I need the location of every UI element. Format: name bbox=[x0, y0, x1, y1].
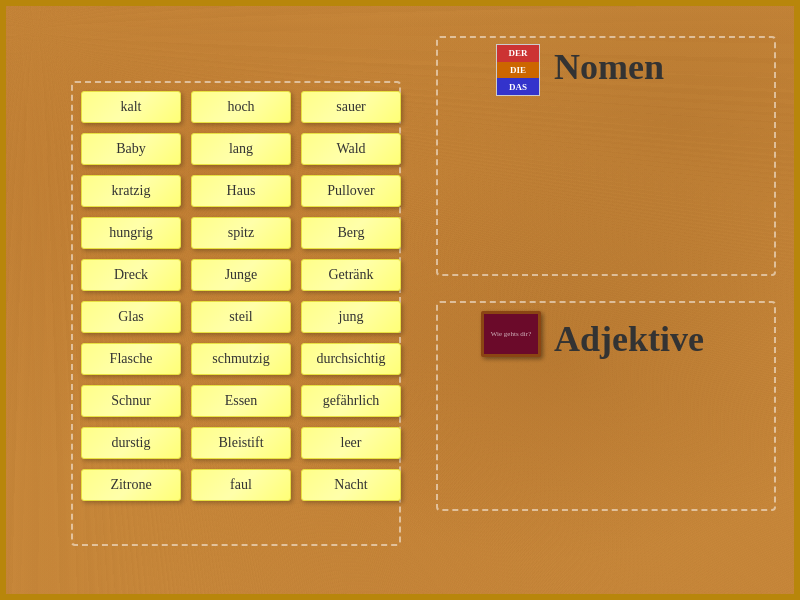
word-card[interactable]: sauer bbox=[301, 91, 401, 123]
word-card[interactable]: schmutzig bbox=[191, 343, 291, 375]
word-card[interactable]: durstig bbox=[81, 427, 181, 459]
word-card[interactable]: hungrig bbox=[81, 217, 181, 249]
nomen-label: Nomen bbox=[554, 46, 664, 88]
cards-grid: kalthochsauerBabylangWaldkratzigHausPull… bbox=[81, 91, 401, 501]
adjektive-label: Adjektive bbox=[554, 318, 704, 360]
adjektive-icon: Wie gehts dir? bbox=[481, 311, 541, 357]
word-card[interactable]: Glas bbox=[81, 301, 181, 333]
word-card[interactable]: spitz bbox=[191, 217, 291, 249]
word-card[interactable]: Dreck bbox=[81, 259, 181, 291]
word-card[interactable]: Getränk bbox=[301, 259, 401, 291]
corkboard: kalthochsauerBabylangWaldkratzigHausPull… bbox=[0, 0, 800, 600]
word-card[interactable]: faul bbox=[191, 469, 291, 501]
word-card[interactable]: lang bbox=[191, 133, 291, 165]
adjektive-icon-text: Wie gehts dir? bbox=[491, 330, 532, 338]
nomen-das: DAS bbox=[497, 78, 539, 95]
word-card[interactable]: hoch bbox=[191, 91, 291, 123]
word-card[interactable]: Baby bbox=[81, 133, 181, 165]
word-card[interactable]: Nacht bbox=[301, 469, 401, 501]
word-card[interactable]: kalt bbox=[81, 91, 181, 123]
word-card[interactable]: Haus bbox=[191, 175, 291, 207]
word-card[interactable]: Essen bbox=[191, 385, 291, 417]
word-card[interactable]: Berg bbox=[301, 217, 401, 249]
word-card[interactable]: Schnur bbox=[81, 385, 181, 417]
word-card[interactable]: kratzig bbox=[81, 175, 181, 207]
word-card[interactable]: durchsichtig bbox=[301, 343, 401, 375]
word-card[interactable]: Bleistift bbox=[191, 427, 291, 459]
word-card[interactable]: gefährlich bbox=[301, 385, 401, 417]
word-card[interactable]: jung bbox=[301, 301, 401, 333]
word-card[interactable]: leer bbox=[301, 427, 401, 459]
nomen-der: DER bbox=[497, 45, 539, 62]
word-card[interactable]: Wald bbox=[301, 133, 401, 165]
nomen-icon: DER DIE DAS bbox=[496, 44, 540, 96]
nomen-die: DIE bbox=[497, 62, 539, 79]
word-card[interactable]: Pullover bbox=[301, 175, 401, 207]
word-card[interactable]: Junge bbox=[191, 259, 291, 291]
word-card[interactable]: Flasche bbox=[81, 343, 181, 375]
word-card[interactable]: Zitrone bbox=[81, 469, 181, 501]
word-card[interactable]: steil bbox=[191, 301, 291, 333]
